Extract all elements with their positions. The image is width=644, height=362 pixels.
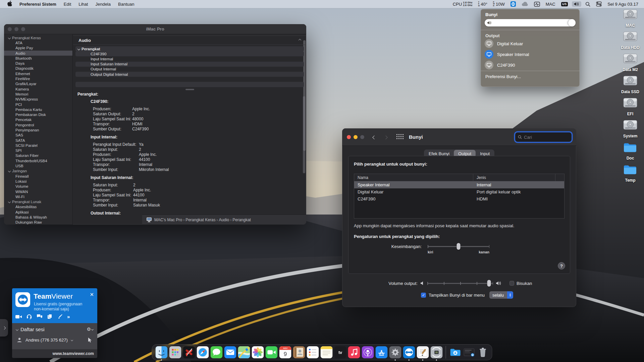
device-row[interactable]: Input Internal [75, 56, 304, 61]
output-volume-slider[interactable] [427, 280, 493, 287]
dock-mail-icon[interactable] [224, 346, 236, 359]
spotlight-icon[interactable] [584, 1, 592, 7]
dock-photos-icon[interactable] [252, 346, 264, 359]
sidebar-item-saluran-fiber[interactable]: Saluran Fiber [4, 153, 72, 158]
volume-menu-icon[interactable] [572, 1, 581, 7]
close-icon[interactable]: ✕ [90, 292, 94, 298]
dock-facetime-icon[interactable] [265, 346, 278, 359]
copy-icon[interactable] [47, 314, 52, 319]
device-row[interactable]: Input Saluran Internal [75, 62, 304, 67]
dock-safari-icon[interactable] [197, 346, 209, 359]
clock[interactable]: Sel 9 Agu 03.17 [606, 1, 640, 7]
device-row[interactable]: C24F390 [75, 51, 304, 56]
dock-maps-icon[interactable] [238, 346, 250, 359]
device-row[interactable]: Output Digital Internal [75, 72, 304, 77]
output-device-speaker-internal[interactable]: Speaker Internal [485, 49, 576, 59]
back-button[interactable] [373, 134, 376, 140]
help-button[interactable]: ? [558, 262, 565, 269]
video-icon[interactable] [15, 314, 22, 319]
sidebar-item-aksesibilitas[interactable]: Aksesibilitas [4, 204, 72, 209]
dock-textedit-icon[interactable] [417, 346, 429, 359]
column-nama[interactable]: Nama [354, 174, 473, 181]
dock-apple-tv-icon[interactable]: tv [334, 346, 346, 359]
column-jenis[interactable]: Jenis [473, 174, 555, 181]
sidebar-item-memori[interactable]: Memori [4, 92, 72, 97]
dock-calendar-icon[interactable]: AGU9 [279, 346, 291, 359]
desktop-icon-data-hdd[interactable]: Data HDD [619, 30, 641, 52]
balance-slider[interactable] [428, 243, 489, 250]
table-row[interactable]: Speaker InternalInternal [354, 181, 564, 188]
output-device-digital-keluar[interactable]: Digital Keluar [485, 39, 576, 49]
sidebar-item-usb[interactable]: USB [4, 163, 72, 168]
device-group-row[interactable]: Perangkat [75, 46, 304, 51]
sidebar-item-jaringan[interactable]: Jaringan [4, 169, 72, 174]
dock-contacts-icon[interactable] [293, 346, 305, 359]
menu-bantuan[interactable]: Bantuan [115, 1, 137, 7]
dock-downloads-icon[interactable] [449, 346, 462, 359]
sound-toolbar[interactable]: Bunyi Cari [342, 128, 576, 146]
show-in-menubar-checkbox[interactable]: ✓ [421, 293, 426, 298]
sound-preferences-link[interactable]: Preferensi Bunyi... [485, 74, 521, 79]
sidebar-item-pci[interactable]: PCI [4, 102, 72, 107]
dock-reminders-icon[interactable] [307, 346, 319, 359]
cloud-menu-icon[interactable] [520, 1, 530, 7]
teamviewer-menu-icon[interactable] [509, 1, 518, 7]
menubar-visibility-dropdown[interactable]: selalu ▲▼ [489, 291, 513, 299]
sidebar-item-diagnostik[interactable]: Diagnostik [4, 66, 72, 71]
sidebar-item-lokasi[interactable]: Lokasi [4, 179, 72, 184]
zoom-button[interactable] [360, 135, 364, 139]
close-button[interactable] [347, 135, 351, 139]
sidebar-item-firewire[interactable]: FireWire [4, 76, 72, 81]
forward-button[interactable] [384, 134, 387, 140]
sidebar-item-pembakaran-disk[interactable]: Pembakaran Disk [4, 112, 72, 117]
sidebar-item-audio[interactable]: Audio [4, 51, 72, 56]
mute-checkbox[interactable] [509, 281, 514, 286]
show-all-icon[interactable] [396, 134, 404, 140]
sidebar-item-pengontrol[interactable]: Pengontrol [4, 122, 72, 127]
desktop-icon-efi[interactable]: EFI [619, 97, 641, 119]
dock-podcasts-icon[interactable] [362, 346, 374, 359]
dock-system-preferences-icon[interactable] [389, 346, 401, 359]
mac-status-label[interactable]: MAC [544, 1, 557, 7]
dock-app-store-icon[interactable] [375, 346, 388, 359]
sidebar-item-sata[interactable]: SATA [4, 138, 72, 143]
sidebar-item-volume[interactable]: Volume [4, 184, 72, 189]
dock-messages-icon[interactable] [210, 346, 223, 359]
sidebar-item-ata[interactable]: ATA [4, 40, 72, 45]
menu-edit[interactable]: Edit [61, 1, 74, 7]
cpu-status[interactable]: CPU 2.8 Ghz2.6 Ghz [451, 1, 474, 7]
sidebar-item-bahasa-wilayah[interactable]: Bahasa & Wilayah [4, 215, 72, 220]
sidebar-item-grafik-layar[interactable]: Grafik/Layar [4, 81, 72, 86]
teamviewer-website[interactable]: www.teamviewer.com [52, 351, 94, 356]
sidebar-item-wwan[interactable]: WWAN [4, 189, 72, 194]
dock-launchpad-icon[interactable] [169, 346, 181, 359]
sidebar-item-bluetooth[interactable]: Bluetooth [4, 56, 72, 61]
pane-splitter[interactable] [73, 88, 306, 91]
temperature-status[interactable]: TEM40° [477, 1, 489, 7]
sidebar-item-aplikasi[interactable]: Aplikasi [4, 209, 72, 215]
sidebar-item-nvmexpress[interactable]: NVMExpress [4, 97, 72, 102]
dock-trash-icon[interactable] [477, 346, 489, 359]
desktop-icon-data-m2[interactable]: Data M2 [619, 52, 641, 74]
desktop-icon-data-ssd[interactable]: Data SSD [619, 74, 641, 97]
volume-knob[interactable] [568, 19, 576, 26]
sidebar-item-firewall[interactable]: Firewall [4, 174, 72, 179]
desktop-icon-temp[interactable]: Temp [619, 163, 641, 185]
sidebar-item-dukungan-raw[interactable]: Dukungan Raw [4, 220, 72, 225]
minimize-button[interactable] [354, 135, 358, 139]
sidebar-item-perangkat-keras[interactable]: Perangkat Keras [4, 35, 72, 40]
dock-notes-icon[interactable] [320, 346, 333, 359]
sidebar-item-penyimpanan[interactable]: Penyimpanan [4, 127, 72, 132]
popover-volume-slider[interactable] [485, 19, 576, 26]
audio-section-header[interactable]: Audio [73, 36, 306, 45]
output-device-c24f390[interactable]: C24F390 [485, 60, 576, 70]
app-menu-title[interactable]: Preferensi Sistem [16, 1, 59, 7]
session-settings[interactable]: ⚙ [87, 326, 93, 332]
more-icon[interactable]: » [67, 314, 70, 319]
sysinfo-titlebar[interactable]: iMac Pro [4, 24, 306, 34]
headset-icon[interactable] [26, 314, 32, 319]
desktop-icon-doc[interactable]: Doc [619, 141, 641, 163]
desktop-icon-system[interactable]: System [619, 119, 641, 141]
teamviewer-side-tab[interactable] [0, 319, 8, 337]
apple-menu-icon[interactable] [4, 0, 15, 8]
